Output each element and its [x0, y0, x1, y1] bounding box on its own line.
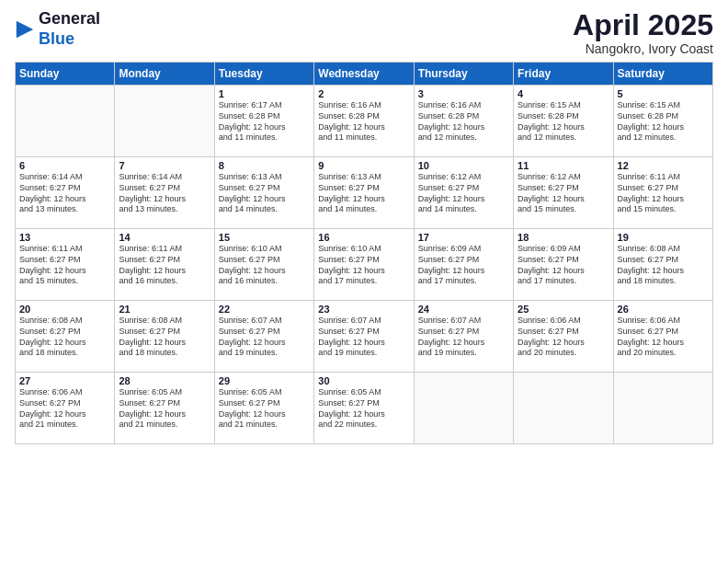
- logo-blue: Blue: [39, 29, 100, 50]
- table-row: 12Sunrise: 6:11 AM Sunset: 6:27 PM Dayli…: [613, 157, 712, 229]
- day-info: Sunrise: 6:12 AM Sunset: 6:27 PM Dayligh…: [418, 172, 509, 215]
- calendar-week-5: 27Sunrise: 6:06 AM Sunset: 6:27 PM Dayli…: [16, 373, 713, 444]
- day-number: 28: [119, 375, 210, 386]
- table-row: 30Sunrise: 6:05 AM Sunset: 6:27 PM Dayli…: [314, 373, 414, 444]
- day-info: Sunrise: 6:15 AM Sunset: 6:28 PM Dayligh…: [518, 100, 609, 144]
- logo: General Blue: [15, 9, 100, 49]
- day-info: Sunrise: 6:10 AM Sunset: 6:27 PM Dayligh…: [318, 244, 409, 287]
- table-row: 26Sunrise: 6:06 AM Sunset: 6:27 PM Dayli…: [613, 301, 712, 373]
- table-row: 24Sunrise: 6:07 AM Sunset: 6:27 PM Dayli…: [414, 301, 513, 373]
- table-row: [16, 86, 115, 157]
- col-thursday: Thursday: [414, 63, 513, 86]
- day-number: 23: [318, 304, 409, 315]
- calendar-table: Sunday Monday Tuesday Wednesday Thursday…: [15, 62, 713, 444]
- calendar-week-3: 13Sunrise: 6:11 AM Sunset: 6:27 PM Dayli…: [16, 229, 713, 301]
- day-number: 19: [618, 232, 709, 243]
- day-number: 21: [119, 304, 210, 315]
- day-number: 25: [518, 304, 609, 315]
- table-row: 28Sunrise: 6:05 AM Sunset: 6:27 PM Dayli…: [115, 373, 214, 444]
- svg-marker-0: [17, 20, 33, 37]
- logo-text: General Blue: [39, 9, 100, 49]
- logo-icon: [15, 19, 35, 40]
- day-number: 18: [518, 232, 609, 243]
- table-row: 17Sunrise: 6:09 AM Sunset: 6:27 PM Dayli…: [414, 229, 513, 301]
- calendar-week-4: 20Sunrise: 6:08 AM Sunset: 6:27 PM Dayli…: [16, 301, 713, 373]
- day-info: Sunrise: 6:13 AM Sunset: 6:27 PM Dayligh…: [318, 172, 409, 215]
- month-title: April 2025: [573, 9, 713, 41]
- day-number: 8: [219, 160, 310, 171]
- day-info: Sunrise: 6:08 AM Sunset: 6:27 PM Dayligh…: [119, 316, 210, 359]
- table-row: 13Sunrise: 6:11 AM Sunset: 6:27 PM Dayli…: [16, 229, 115, 301]
- table-row: 29Sunrise: 6:05 AM Sunset: 6:27 PM Dayli…: [214, 373, 313, 444]
- day-info: Sunrise: 6:11 AM Sunset: 6:27 PM Dayligh…: [119, 244, 210, 287]
- table-row: 3Sunrise: 6:16 AM Sunset: 6:28 PM Daylig…: [414, 86, 513, 157]
- day-info: Sunrise: 6:11 AM Sunset: 6:27 PM Dayligh…: [618, 172, 709, 215]
- day-number: 13: [19, 232, 110, 243]
- day-info: Sunrise: 6:16 AM Sunset: 6:28 PM Dayligh…: [418, 100, 509, 144]
- table-row: [115, 86, 214, 157]
- day-info: Sunrise: 6:14 AM Sunset: 6:27 PM Dayligh…: [19, 172, 110, 215]
- day-number: 12: [618, 160, 709, 171]
- table-row: 4Sunrise: 6:15 AM Sunset: 6:28 PM Daylig…: [514, 86, 613, 157]
- col-monday: Monday: [115, 63, 214, 86]
- table-row: [514, 373, 613, 444]
- table-row: 8Sunrise: 6:13 AM Sunset: 6:27 PM Daylig…: [214, 157, 313, 229]
- col-sunday: Sunday: [16, 63, 115, 86]
- day-number: 2: [318, 88, 409, 99]
- table-row: 11Sunrise: 6:12 AM Sunset: 6:27 PM Dayli…: [514, 157, 613, 229]
- day-info: Sunrise: 6:06 AM Sunset: 6:27 PM Dayligh…: [19, 387, 110, 431]
- table-row: 23Sunrise: 6:07 AM Sunset: 6:27 PM Dayli…: [314, 301, 414, 373]
- day-number: 17: [418, 232, 509, 243]
- day-number: 30: [318, 375, 409, 386]
- table-row: [613, 373, 712, 444]
- day-info: Sunrise: 6:11 AM Sunset: 6:27 PM Dayligh…: [19, 244, 110, 287]
- table-row: 1Sunrise: 6:17 AM Sunset: 6:28 PM Daylig…: [214, 86, 313, 157]
- day-number: 26: [618, 304, 709, 315]
- table-row: 9Sunrise: 6:13 AM Sunset: 6:27 PM Daylig…: [314, 157, 414, 229]
- day-info: Sunrise: 6:17 AM Sunset: 6:28 PM Dayligh…: [219, 100, 310, 144]
- day-number: 24: [418, 304, 509, 315]
- day-info: Sunrise: 6:14 AM Sunset: 6:27 PM Dayligh…: [119, 172, 210, 215]
- calendar-week-1: 1Sunrise: 6:17 AM Sunset: 6:28 PM Daylig…: [16, 86, 713, 157]
- day-number: 7: [119, 160, 210, 171]
- table-row: 15Sunrise: 6:10 AM Sunset: 6:27 PM Dayli…: [214, 229, 313, 301]
- day-info: Sunrise: 6:06 AM Sunset: 6:27 PM Dayligh…: [518, 316, 609, 359]
- calendar-header-row: Sunday Monday Tuesday Wednesday Thursday…: [16, 63, 713, 86]
- table-row: 10Sunrise: 6:12 AM Sunset: 6:27 PM Dayli…: [414, 157, 513, 229]
- table-row: 19Sunrise: 6:08 AM Sunset: 6:27 PM Dayli…: [613, 229, 712, 301]
- logo-general: General: [39, 9, 100, 29]
- table-row: 20Sunrise: 6:08 AM Sunset: 6:27 PM Dayli…: [16, 301, 115, 373]
- day-info: Sunrise: 6:07 AM Sunset: 6:27 PM Dayligh…: [318, 316, 409, 359]
- day-info: Sunrise: 6:09 AM Sunset: 6:27 PM Dayligh…: [418, 244, 509, 287]
- col-wednesday: Wednesday: [314, 63, 414, 86]
- table-row: 27Sunrise: 6:06 AM Sunset: 6:27 PM Dayli…: [16, 373, 115, 444]
- day-number: 14: [119, 232, 210, 243]
- day-number: 3: [418, 88, 509, 99]
- day-number: 5: [618, 88, 709, 99]
- col-saturday: Saturday: [613, 63, 712, 86]
- day-number: 22: [219, 304, 310, 315]
- day-number: 10: [418, 160, 509, 171]
- day-number: 16: [318, 232, 409, 243]
- location: Nangokro, Ivory Coast: [573, 41, 713, 56]
- day-info: Sunrise: 6:08 AM Sunset: 6:27 PM Dayligh…: [19, 316, 110, 359]
- day-number: 6: [19, 160, 110, 171]
- day-info: Sunrise: 6:12 AM Sunset: 6:27 PM Dayligh…: [518, 172, 609, 215]
- table-row: 2Sunrise: 6:16 AM Sunset: 6:28 PM Daylig…: [314, 86, 414, 157]
- day-info: Sunrise: 6:07 AM Sunset: 6:27 PM Dayligh…: [418, 316, 509, 359]
- table-row: 5Sunrise: 6:15 AM Sunset: 6:28 PM Daylig…: [613, 86, 712, 157]
- header: General Blue April 2025 Nangokro, Ivory …: [15, 9, 713, 56]
- table-row: 16Sunrise: 6:10 AM Sunset: 6:27 PM Dayli…: [314, 229, 414, 301]
- day-info: Sunrise: 6:16 AM Sunset: 6:28 PM Dayligh…: [318, 100, 409, 144]
- table-row: [414, 373, 513, 444]
- day-info: Sunrise: 6:08 AM Sunset: 6:27 PM Dayligh…: [618, 244, 709, 287]
- table-row: 14Sunrise: 6:11 AM Sunset: 6:27 PM Dayli…: [115, 229, 214, 301]
- day-info: Sunrise: 6:13 AM Sunset: 6:27 PM Dayligh…: [219, 172, 310, 215]
- table-row: 25Sunrise: 6:06 AM Sunset: 6:27 PM Dayli…: [514, 301, 613, 373]
- day-info: Sunrise: 6:10 AM Sunset: 6:27 PM Dayligh…: [219, 244, 310, 287]
- table-row: 6Sunrise: 6:14 AM Sunset: 6:27 PM Daylig…: [16, 157, 115, 229]
- day-info: Sunrise: 6:05 AM Sunset: 6:27 PM Dayligh…: [318, 387, 409, 431]
- day-info: Sunrise: 6:15 AM Sunset: 6:28 PM Dayligh…: [618, 100, 709, 144]
- day-info: Sunrise: 6:05 AM Sunset: 6:27 PM Dayligh…: [219, 387, 310, 431]
- day-info: Sunrise: 6:05 AM Sunset: 6:27 PM Dayligh…: [119, 387, 210, 431]
